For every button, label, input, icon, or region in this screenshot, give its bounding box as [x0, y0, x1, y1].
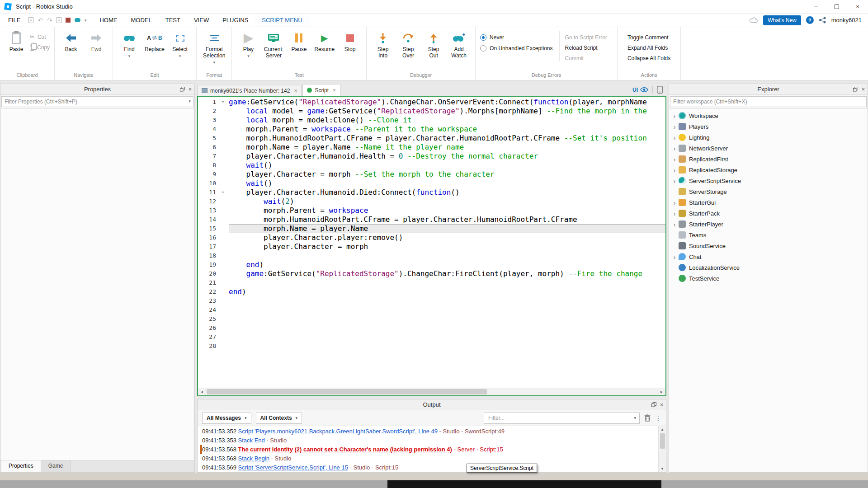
code-line[interactable]: 20 game:GetService("ReplicatedStorage").…: [198, 269, 665, 278]
code-line[interactable]: 10 wait(): [198, 179, 665, 188]
save-icon[interactable]: [28, 17, 33, 23]
explorer-item-players[interactable]: ›Players: [669, 121, 868, 132]
pause-button[interactable]: Pause: [287, 31, 311, 53]
expand-chevron-icon[interactable]: ›: [670, 156, 679, 163]
customize-toolbar-caret-icon[interactable]: ▾: [85, 18, 87, 23]
code-line[interactable]: 5 morph.HumanoidRootPart.CFrame = player…: [198, 134, 665, 143]
whats-new-button[interactable]: What's New: [763, 15, 801, 25]
step-over-button[interactable]: Step Over: [396, 31, 420, 59]
output-filter-combo[interactable]: ▾: [484, 413, 640, 424]
code-line[interactable]: 16 player.Character.player:remove(): [198, 233, 665, 242]
code-line[interactable]: 2 local model = game:GetService("Replica…: [198, 107, 665, 116]
current-server-button[interactable]: Current: Server: [262, 31, 285, 59]
scrollbar-thumb[interactable]: [207, 389, 487, 394]
maximize-button[interactable]: [826, 0, 847, 13]
explorer-item-workspace[interactable]: ›Workspace: [669, 110, 868, 121]
explorer-item-replicatedfirst[interactable]: ›ReplicatedFirst: [669, 154, 868, 164]
float-panel-icon[interactable]: [853, 87, 858, 92]
replace-button[interactable]: A B Replace: [143, 31, 166, 53]
code-line[interactable]: 28: [198, 342, 665, 351]
code-line[interactable]: 19 end): [198, 260, 665, 269]
expand-chevron-icon[interactable]: ›: [670, 221, 679, 228]
help-button[interactable]: ?: [806, 16, 814, 24]
close-panel-icon[interactable]: ×: [189, 86, 192, 93]
expand-chevron-icon[interactable]: ›: [670, 253, 679, 260]
tab-properties[interactable]: Properties: [1, 460, 41, 472]
horizontal-scrollbar[interactable]: ◄ ►: [198, 388, 665, 395]
code-line[interactable]: 14 morph.HumanoidRootPart.CFrame = playe…: [198, 215, 665, 224]
debug-never-radio[interactable]: Never: [480, 34, 552, 41]
step-out-button[interactable]: Step Out: [422, 31, 445, 59]
collapse-all-folds-button[interactable]: Collapse All Folds: [627, 55, 670, 61]
scroll-up-icon[interactable]: ▲: [660, 426, 664, 433]
output-log-message[interactable]: Script 'Players.monky6021.Backpack.Green…: [238, 428, 438, 435]
file-menu-button[interactable]: FILE: [0, 17, 28, 23]
close-panel-icon[interactable]: ×: [862, 86, 865, 93]
scroll-down-icon[interactable]: ▼: [660, 465, 664, 472]
select-button[interactable]: Select ▾: [168, 31, 192, 58]
float-panel-icon[interactable]: [180, 87, 185, 92]
output-log-message[interactable]: The current identity (2) cannot set a Ch…: [238, 446, 452, 453]
tab-close-icon[interactable]: ×: [294, 88, 297, 94]
properties-filter-input[interactable]: [1, 96, 193, 107]
explorer-item-soundservice[interactable]: SoundService: [669, 240, 868, 251]
expand-all-folds-button[interactable]: Expand All Folds: [627, 45, 670, 51]
tab-close-icon[interactable]: ×: [333, 87, 336, 94]
scroll-right-icon[interactable]: ►: [658, 390, 665, 394]
code-line[interactable]: 23: [198, 296, 665, 305]
fold-toggle-icon[interactable]: ▾: [217, 98, 229, 107]
explorer-filter-input[interactable]: [670, 96, 867, 107]
filter-caret-icon[interactable]: ▾: [189, 99, 191, 103]
scrollbar-thumb[interactable]: [660, 433, 665, 449]
code-line[interactable]: 8 wait(): [198, 161, 665, 170]
view-icon[interactable]: [75, 18, 80, 22]
commit-button[interactable]: Commit: [565, 55, 607, 61]
find-button[interactable]: Find ▾: [118, 31, 141, 58]
editor-tab[interactable]: Script×: [302, 84, 340, 96]
code-line[interactable]: 27: [198, 333, 665, 342]
explorer-item-starterpack[interactable]: ›StarterPack: [669, 208, 868, 219]
ui-toggle-button[interactable]: UI: [632, 87, 648, 93]
step-into-button[interactable]: Step Into: [371, 31, 395, 59]
add-watch-button[interactable]: Add Watch: [447, 31, 471, 59]
code-line[interactable]: 25: [198, 314, 665, 324]
float-panel-icon[interactable]: [651, 402, 656, 407]
share-icon[interactable]: [819, 17, 826, 23]
back-button[interactable]: Back: [59, 31, 83, 53]
output-log-message[interactable]: Script 'ServerScriptService.Script', Lin…: [238, 464, 348, 471]
expand-chevron-icon[interactable]: ›: [670, 199, 679, 206]
username-label[interactable]: monky6021: [831, 17, 862, 23]
copy-button[interactable]: Copy: [30, 44, 50, 51]
fold-toggle-icon[interactable]: ▾: [217, 188, 229, 197]
output-log-message[interactable]: Stack End: [238, 437, 265, 444]
menu-tab-home[interactable]: HOME: [93, 14, 124, 27]
paste-button[interactable]: Paste: [5, 31, 28, 53]
explorer-item-replicatedstorage[interactable]: ›ReplicatedStorage: [669, 164, 868, 175]
explorer-item-networkserver[interactable]: ›NetworkServer: [669, 143, 868, 154]
code-line[interactable]: 22end): [198, 287, 665, 296]
explorer-item-chat[interactable]: ›Chat: [669, 251, 868, 262]
script-editor[interactable]: 1▾game:GetService("ReplicatedStorage").C…: [197, 96, 666, 396]
code-line[interactable]: 1▾game:GetService("ReplicatedStorage").C…: [198, 98, 665, 107]
cut-button[interactable]: ✂ Cut: [30, 33, 50, 40]
expand-chevron-icon[interactable]: ›: [670, 210, 679, 217]
code-line[interactable]: 15 morph.Name = player.Name: [198, 224, 665, 233]
output-scrollbar[interactable]: ▲ ▼: [658, 426, 666, 472]
menu-tab-script-menu[interactable]: SCRIPT MENU: [255, 14, 309, 27]
close-button[interactable]: ×: [847, 0, 868, 13]
menu-tab-view[interactable]: VIEW: [187, 14, 216, 27]
undo-icon[interactable]: ↶: [38, 17, 43, 23]
code-line[interactable]: 18: [198, 251, 665, 260]
explorer-item-lighting[interactable]: ›Lighting: [669, 132, 868, 143]
explorer-item-startergui[interactable]: ›StarterGui: [669, 197, 868, 208]
output-filter-input[interactable]: [487, 414, 631, 422]
code-line[interactable]: 21: [198, 278, 665, 287]
debug-unhandled-radio[interactable]: On Unhandled Exceptions: [480, 45, 552, 52]
explorer-item-testservice[interactable]: TestService: [669, 273, 868, 284]
explorer-item-localizationservice[interactable]: LocalizationService: [669, 262, 868, 273]
tab-game[interactable]: Game: [41, 460, 71, 472]
contexts-filter-dropdown[interactable]: All Contexts ▾: [256, 413, 302, 424]
code-line[interactable]: 9 player.Character = morph --Set the mor…: [198, 170, 665, 179]
code-line[interactable]: 12 wait(2): [198, 197, 665, 206]
code-line[interactable]: 24: [198, 305, 665, 314]
